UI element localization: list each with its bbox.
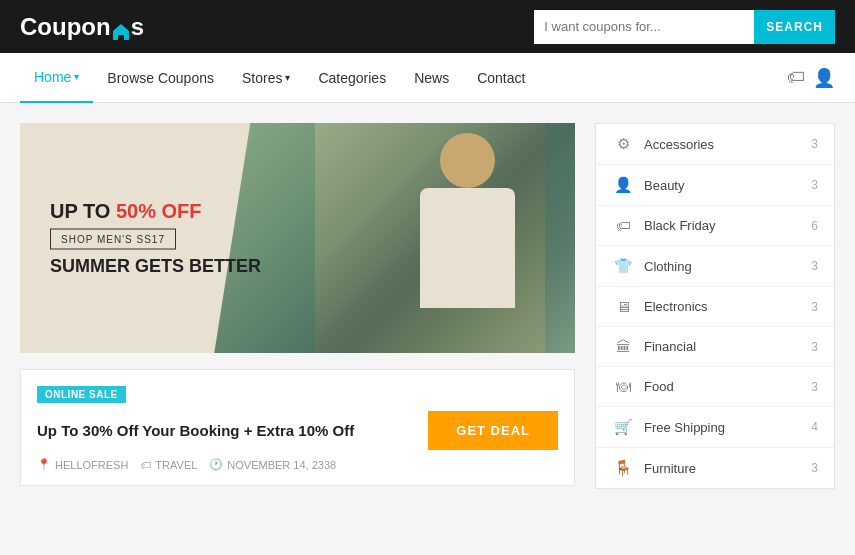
person-icon: 👤 xyxy=(612,176,634,194)
sidebar: ⚙ Accessories 3 👤 Beauty 3 🏷 Black Frida… xyxy=(595,123,835,489)
user-icon[interactable]: 👤 xyxy=(813,67,835,89)
building-icon: 🏛 xyxy=(612,338,634,355)
sidebar-food-count: 3 xyxy=(811,380,818,394)
sidebar-blackfriday-count: 6 xyxy=(811,219,818,233)
logo[interactable]: Coupon s xyxy=(20,13,144,41)
nav-categories-label: Categories xyxy=(318,70,386,86)
settings-icon: ⚙ xyxy=(612,135,634,153)
nav-news-label: News xyxy=(414,70,449,86)
nav-right-icons: 🏷 👤 xyxy=(787,67,835,89)
shirt-icon: 👕 xyxy=(612,257,634,275)
meta-category-name: TRAVEL xyxy=(155,459,197,471)
get-deal-button[interactable]: GET DEAL xyxy=(428,411,558,450)
sidebar-item-furniture[interactable]: 🪑 Furniture 3 xyxy=(596,448,834,488)
nav-item-browse-coupons[interactable]: Browse Coupons xyxy=(93,53,228,103)
content-wrapper: UP TO 50% OFF SHOP MEN'S SS17 SUMMER GET… xyxy=(0,103,855,509)
hero-line1-prefix: UP TO xyxy=(50,200,116,222)
hero-line1: UP TO 50% OFF xyxy=(50,200,261,223)
nav-item-news[interactable]: News xyxy=(400,53,463,103)
sidebar-item-food[interactable]: 🍽 Food 3 xyxy=(596,367,834,407)
coupon-meta: 📍 HELLOFRESH 🏷 TRAVEL 🕐 NOVEMBER 14, 233… xyxy=(37,458,558,471)
sidebar-electronics-count: 3 xyxy=(811,300,818,314)
nav-item-contact[interactable]: Contact xyxy=(463,53,539,103)
sidebar-item-beauty[interactable]: 👤 Beauty 3 xyxy=(596,165,834,206)
sidebar-accessories-label: Accessories xyxy=(644,137,811,152)
nav: Home ▾ Browse Coupons Stores ▾ Categorie… xyxy=(0,53,855,103)
tag-icon[interactable]: 🏷 xyxy=(787,67,805,88)
search-input[interactable] xyxy=(534,10,754,44)
cart-icon: 🛒 xyxy=(612,418,634,436)
food-icon: 🍽 xyxy=(612,378,634,395)
furniture-icon: 🪑 xyxy=(612,459,634,477)
search-button[interactable]: SEARCH xyxy=(754,10,835,44)
sidebar-freeshipping-label: Free Shipping xyxy=(644,420,811,435)
clock-icon: 🕐 xyxy=(209,458,223,471)
nav-item-categories[interactable]: Categories xyxy=(304,53,400,103)
hero-image xyxy=(315,123,545,353)
nav-browse-label: Browse Coupons xyxy=(107,70,214,86)
sidebar-item-clothing[interactable]: 👕 Clothing 3 xyxy=(596,246,834,287)
hero-banner: UP TO 50% OFF SHOP MEN'S SS17 SUMMER GET… xyxy=(20,123,575,353)
sidebar-item-electronics[interactable]: 🖥 Electronics 3 xyxy=(596,287,834,327)
meta-store: 📍 HELLOFRESH xyxy=(37,458,128,471)
sidebar-item-free-shipping[interactable]: 🛒 Free Shipping 4 xyxy=(596,407,834,448)
logo-text-after: s xyxy=(131,13,144,41)
meta-date-value: NOVEMBER 14, 2338 xyxy=(227,459,336,471)
hero-percent: 50% OFF xyxy=(116,200,202,222)
location-icon: 📍 xyxy=(37,458,51,471)
tag-icon: 🏷 xyxy=(140,459,151,471)
coupon-card: ONLINE SALE Up To 30% Off Your Booking +… xyxy=(20,369,575,486)
meta-store-name: HELLOFRESH xyxy=(55,459,128,471)
sidebar-furniture-label: Furniture xyxy=(644,461,811,476)
sidebar-financial-label: Financial xyxy=(644,339,811,354)
main-content: UP TO 50% OFF SHOP MEN'S SS17 SUMMER GET… xyxy=(20,123,575,489)
nav-left: Home ▾ Browse Coupons Stores ▾ Categorie… xyxy=(20,53,539,103)
header: Coupon s SEARCH xyxy=(0,0,855,53)
shop-btn[interactable]: SHOP MEN'S SS17 xyxy=(50,229,176,250)
sidebar-clothing-count: 3 xyxy=(811,259,818,273)
house-icon xyxy=(112,17,130,37)
sidebar-item-financial[interactable]: 🏛 Financial 3 xyxy=(596,327,834,367)
meta-category: 🏷 TRAVEL xyxy=(140,459,197,471)
online-sale-badge: ONLINE SALE xyxy=(37,386,126,403)
sidebar-food-label: Food xyxy=(644,379,811,394)
coupon-title: Up To 30% Off Your Booking + Extra 10% O… xyxy=(37,422,418,439)
hero-line2: SUMMER GETS BETTER xyxy=(50,256,261,277)
nav-stores-label: Stores xyxy=(242,70,282,86)
nav-item-stores[interactable]: Stores ▾ xyxy=(228,53,304,103)
sidebar-item-black-friday[interactable]: 🏷 Black Friday 6 xyxy=(596,206,834,246)
sidebar-electronics-label: Electronics xyxy=(644,299,811,314)
nav-item-home[interactable]: Home ▾ xyxy=(20,53,93,103)
sidebar-beauty-count: 3 xyxy=(811,178,818,192)
sidebar-furniture-count: 3 xyxy=(811,461,818,475)
coupon-row: Up To 30% Off Your Booking + Extra 10% O… xyxy=(37,411,558,450)
sidebar-freeshipping-count: 4 xyxy=(811,420,818,434)
sidebar-item-accessories[interactable]: ⚙ Accessories 3 xyxy=(596,124,834,165)
sidebar-beauty-label: Beauty xyxy=(644,178,811,193)
chevron-down-icon: ▾ xyxy=(74,71,79,82)
sidebar-financial-count: 3 xyxy=(811,340,818,354)
search-area: SEARCH xyxy=(534,10,835,44)
sidebar-accessories-count: 3 xyxy=(811,137,818,151)
sidebar-clothing-label: Clothing xyxy=(644,259,811,274)
tag-icon: 🏷 xyxy=(612,217,634,234)
sidebar-blackfriday-label: Black Friday xyxy=(644,218,811,233)
hero-text: UP TO 50% OFF SHOP MEN'S SS17 SUMMER GET… xyxy=(50,200,261,277)
nav-contact-label: Contact xyxy=(477,70,525,86)
nav-home-label: Home xyxy=(34,69,71,85)
logo-text-before: Coupon xyxy=(20,13,111,41)
meta-date: 🕐 NOVEMBER 14, 2338 xyxy=(209,458,336,471)
chevron-down-icon: ▾ xyxy=(285,72,290,83)
monitor-icon: 🖥 xyxy=(612,298,634,315)
